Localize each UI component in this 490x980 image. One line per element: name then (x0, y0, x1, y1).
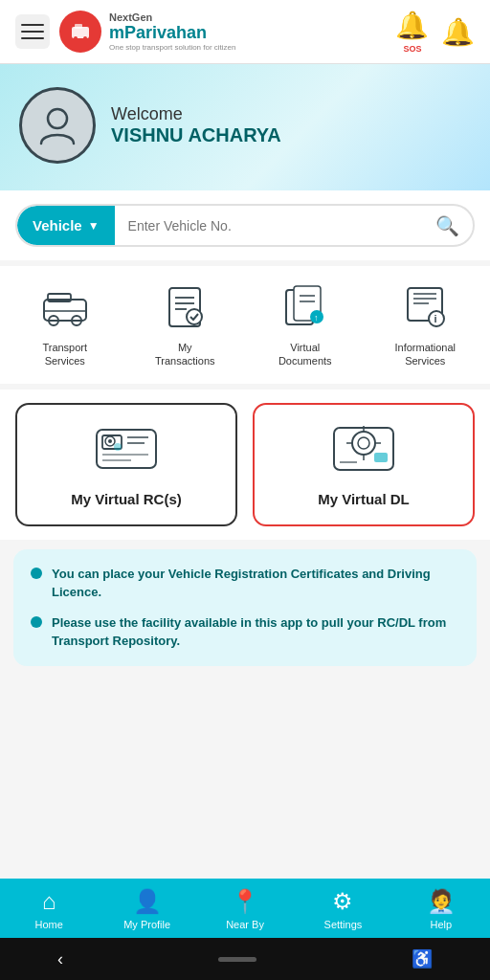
nav-nearby[interactable]: 📍 Near By (196, 888, 294, 930)
home-icon: ⌂ (42, 888, 56, 915)
header-left: NextGen mParivahan One stop transport so… (15, 11, 236, 53)
svg-rect-43 (374, 453, 388, 462)
nav-home[interactable]: ⌂ Home (0, 888, 98, 930)
service-virtual-docs[interactable]: ↑ VirtualDocuments (250, 281, 361, 368)
transport-label: TransportServices (42, 341, 87, 368)
transport-icon (37, 281, 93, 333)
chevron-down-icon: ▼ (88, 219, 100, 233)
nearby-icon: 📍 (231, 888, 259, 915)
back-button[interactable]: ‹ (57, 949, 63, 969)
nav-settings[interactable]: ⚙ Settings (294, 888, 391, 930)
service-transport[interactable]: TransportServices (10, 281, 121, 368)
dl-icon (330, 422, 397, 479)
info-box: You can place your Vehicle Registration … (13, 549, 477, 666)
info-item-1: You can place your Vehicle Registration … (31, 565, 459, 602)
info-item-2: Please use the facility available in thi… (31, 613, 459, 651)
info-text-2: Please use the facility available in thi… (52, 613, 459, 651)
search-input[interactable] (115, 207, 422, 245)
svg-point-4 (48, 109, 67, 128)
svg-point-14 (187, 309, 202, 324)
nav-settings-label: Settings (324, 919, 363, 930)
logo-text: NextGen mParivahan One stop transport so… (109, 11, 236, 52)
avatar-icon (33, 101, 81, 149)
virtual-docs-icon: ↑ (278, 281, 333, 333)
hamburger-menu[interactable] (15, 14, 50, 49)
accessibility-button[interactable]: ♿ (412, 948, 433, 969)
bottom-nav: ⌂ Home 👤 My Profile 📍 Near By ⚙ Settings… (0, 879, 490, 938)
service-transactions[interactable]: MyTransactions (130, 281, 241, 368)
transactions-label: MyTransactions (155, 341, 215, 368)
svg-point-30 (108, 439, 112, 443)
welcome-greeting: Welcome (111, 104, 281, 124)
svg-rect-1 (75, 24, 82, 29)
welcome-banner: Welcome VISHNU ACHARYA (0, 64, 490, 190)
logo-nextgen: NextGen (109, 11, 236, 23)
logo-circle (59, 11, 101, 53)
sos-button[interactable]: 🔔 SOS (395, 10, 430, 54)
logo-brand: mParivahan (109, 23, 236, 43)
svg-point-3 (83, 36, 87, 40)
sos-label: SOS (403, 44, 421, 54)
header-right: 🔔 SOS 🔔 (395, 10, 475, 54)
vehicle-dropdown[interactable]: Vehicle ▼ (17, 206, 115, 245)
rc-card-label: My Virtual RC(s) (71, 491, 182, 507)
help-icon: 🧑‍💼 (427, 888, 456, 915)
svg-text:↑: ↑ (314, 313, 319, 323)
dl-card-label: My Virtual DL (318, 491, 410, 507)
bullet-2 (31, 616, 42, 628)
rc-icon (93, 422, 160, 479)
logo-area: NextGen mParivahan One stop transport so… (59, 11, 236, 53)
logo-icon (68, 19, 93, 44)
info-text-1: You can place your Vehicle Registration … (52, 565, 459, 602)
nav-profile-label: My Profile (123, 919, 170, 930)
virtual-docs-label: VirtualDocuments (278, 341, 332, 368)
services-grid: TransportServices MyTransactions ↑ (0, 266, 490, 384)
svg-point-37 (352, 432, 375, 455)
nav-help[interactable]: 🧑‍💼 Help (392, 888, 490, 930)
logo-tagline: One stop transport solution for citizen (109, 43, 236, 52)
informational-icon: i (397, 281, 453, 333)
virtual-rc-card[interactable]: My Virtual RC(s) (15, 403, 237, 526)
profile-icon: 👤 (133, 888, 162, 915)
nav-home-label: Home (35, 919, 63, 930)
nav-help-label: Help (431, 919, 453, 930)
home-pill[interactable] (218, 957, 256, 962)
settings-icon: ⚙ (332, 888, 353, 915)
service-informational[interactable]: i InformationalServices (370, 281, 481, 368)
nav-nearby-label: Near By (226, 919, 264, 930)
transactions-icon (157, 281, 212, 333)
cards-section: My Virtual RC(s) My Virtual DL (0, 390, 490, 540)
informational-label: InformationalServices (394, 341, 456, 368)
search-section: Vehicle ▼ 🔍 (0, 190, 490, 260)
svg-point-33 (114, 443, 122, 451)
system-nav-bar: ‹ ♿ (0, 938, 490, 980)
nav-profile[interactable]: 👤 My Profile (98, 888, 195, 930)
svg-text:i: i (434, 313, 437, 324)
search-bar: Vehicle ▼ 🔍 (15, 204, 475, 247)
svg-point-2 (74, 36, 78, 40)
user-name: VISHNU ACHARYA (111, 124, 281, 146)
virtual-dl-card[interactable]: My Virtual DL (253, 403, 475, 526)
notification-bell[interactable]: 🔔 (441, 16, 475, 48)
bullet-1 (31, 568, 42, 579)
svg-point-38 (358, 437, 369, 449)
avatar (19, 87, 96, 164)
search-button[interactable]: 🔍 (422, 207, 473, 245)
sos-bell-icon: 🔔 (395, 10, 430, 44)
welcome-text: Welcome VISHNU ACHARYA (111, 104, 281, 146)
app-header: NextGen mParivahan One stop transport so… (0, 0, 490, 64)
